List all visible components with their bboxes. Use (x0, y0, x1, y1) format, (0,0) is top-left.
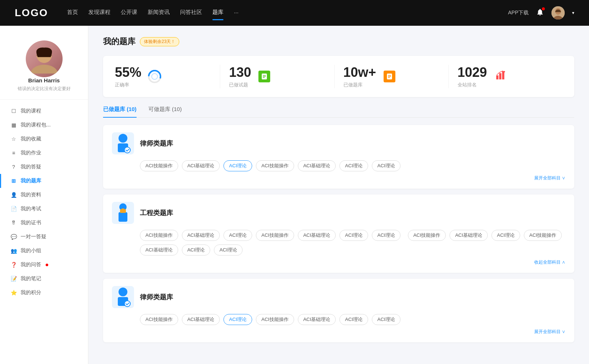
tag[interactable]: ACI基础理论 (182, 230, 220, 241)
tag[interactable]: ACI理论 (214, 245, 243, 256)
user-menu-chevron[interactable]: ▾ (572, 10, 574, 15)
sidebar-item-exams[interactable]: 📄 我的考试 (0, 202, 88, 216)
notification-bell[interactable] (536, 8, 544, 18)
stat-ranking: 1029 全站排名 (449, 65, 562, 88)
sidebar-item-certs[interactable]: 🎖 我的证书 (0, 216, 88, 230)
nav-open-course[interactable]: 公开课 (121, 9, 137, 17)
profile-motto: 错误的决定比没有决定要好 (18, 86, 71, 92)
sidebar-item-label: 我的课程包... (21, 122, 51, 128)
svg-rect-17 (499, 73, 501, 79)
tag-active[interactable]: ACI理论 (223, 160, 252, 171)
tag[interactable]: ACI理论 (339, 160, 368, 171)
tag-active[interactable]: ACI理论 (223, 314, 252, 325)
sidebar-item-profile[interactable]: 👤 我的资料 (0, 188, 88, 202)
main-content: 我的题库 体验剩余23天！ 55% 正确率 (88, 26, 589, 364)
sidebar-item-courses[interactable]: ☐ 我的课程 (0, 104, 88, 118)
tab-available-banks[interactable]: 可做题库 (10) (148, 106, 182, 117)
nav-qa[interactable]: 问答社区 (180, 9, 202, 17)
tag[interactable]: ACI理论 (223, 230, 252, 241)
tab-done-banks[interactable]: 已做题库 (10) (103, 106, 137, 117)
tag[interactable]: ACI基础理论 (298, 230, 336, 241)
expand-link-3[interactable]: 展开全部科目 ∨ (112, 329, 565, 335)
profile-name: Brian Harris (28, 77, 60, 83)
sidebar-profile: Brian Harris 错误的决定比没有决定要好 (0, 35, 88, 100)
tag[interactable]: ACI理论 (372, 230, 401, 241)
pie-chart-icon (147, 69, 162, 84)
sidebar-item-label: 我的证书 (21, 220, 41, 226)
tag[interactable]: ACI技能操作 (140, 314, 178, 325)
tag[interactable]: ACI基础理论 (298, 314, 336, 325)
tag[interactable]: ACI技能操作 (256, 160, 294, 171)
trial-badge: 体验剩余23天！ (140, 37, 179, 46)
stats-card: 55% 正确率 130 已做试题 (103, 56, 574, 97)
tag[interactable]: ACI技能操作 (524, 230, 562, 241)
tag[interactable]: ACI基础理论 (182, 160, 220, 171)
user-avatar-nav[interactable] (551, 6, 565, 19)
tag[interactable]: ACI技能操作 (408, 230, 446, 241)
stat-done-questions: 130 已做试题 (220, 65, 334, 88)
expand-link-2[interactable]: 收起全部科目 ∧ (112, 259, 565, 265)
sidebar-item-label: 我的资料 (21, 192, 41, 198)
tag[interactable]: ACI理论 (339, 230, 368, 241)
sidebar-item-qa[interactable]: ? 我的答疑 (0, 160, 88, 174)
lawyer-icon (112, 132, 134, 154)
bank-card-3: 律师类题库 ACI技能操作 ACI基础理论 ACI理论 ACI技能操作 ACI基… (103, 279, 574, 342)
sidebar-item-tutoring[interactable]: 💬 一对一答疑 (0, 230, 88, 244)
sidebar-item-group[interactable]: 👥 我的小组 (0, 244, 88, 258)
file-icon: ☐ (10, 108, 17, 114)
tag[interactable]: ACI基础理论 (140, 245, 178, 256)
sidebar-item-label: 我的积分 (21, 289, 41, 296)
nav-bank[interactable]: 题库 (212, 9, 223, 17)
nav-discover[interactable]: 发现课程 (88, 9, 110, 17)
sidebar-item-label: 我的课程 (21, 108, 41, 114)
stat-label: 正确率 (115, 82, 141, 88)
stat-number: 10w+ (343, 65, 376, 80)
sidebar-item-label: 我的考试 (21, 206, 41, 212)
tag[interactable]: ACI技能操作 (140, 160, 178, 171)
bank-card-title: 律师类题库 (140, 139, 173, 148)
tag[interactable]: ACI基础理论 (298, 160, 336, 171)
sidebar-item-notes[interactable]: 📝 我的笔记 (0, 272, 88, 286)
tag[interactable]: ACI技能操作 (256, 230, 294, 241)
sidebar-item-label: 我的题库 (21, 178, 41, 184)
expand-link-1[interactable]: 展开全部科目 ∨ (112, 175, 565, 181)
tag[interactable]: ACI基础理论 (449, 230, 488, 241)
tag[interactable]: ACI理论 (372, 314, 401, 325)
sidebar-item-favorites[interactable]: ☆ 我的收藏 (0, 132, 88, 146)
svg-point-3 (31, 65, 58, 74)
tag[interactable]: ACI理论 (339, 314, 368, 325)
svg-rect-18 (502, 71, 504, 79)
navbar: LOGO 首页 发现课程 公开课 新闻资讯 问答社区 题库 ··· APP下载 … (0, 0, 589, 26)
stat-number: 130 (229, 65, 251, 80)
sidebar-item-homework[interactable]: ≡ 我的作业 (0, 146, 88, 160)
bank-card-1: 律师类题库 ACI技能操作 ACI基础理论 ACI理论 ACI技能操作 ACI基… (103, 125, 574, 189)
tag[interactable]: ACI技能操作 (140, 230, 178, 241)
nav-home[interactable]: 首页 (67, 9, 78, 17)
sidebar-item-label: 我的小组 (21, 247, 41, 254)
sidebar-item-questions[interactable]: ❓ 我的问答 (0, 258, 88, 272)
sidebar-item-bank[interactable]: ⊞ 我的题库 (0, 174, 88, 188)
sidebar-item-points[interactable]: ⭐ 我的积分 (0, 286, 88, 300)
tag[interactable]: ACI理论 (182, 245, 211, 256)
nav-more[interactable]: ··· (234, 9, 239, 17)
unread-badge (46, 264, 48, 266)
stat-label: 全站排名 (458, 82, 487, 88)
tags-row-2: ACI技能操作 ACI基础理论 ACI理论 ACI技能操作 ACI基础理论 AC… (112, 230, 565, 256)
notification-dot (542, 7, 545, 10)
nav-news[interactable]: 新闻资讯 (148, 9, 170, 17)
cert-icon: 🎖 (10, 220, 17, 226)
engineer-icon (112, 202, 134, 224)
tag[interactable]: ACI理论 (491, 230, 520, 241)
stat-number: 1029 (458, 65, 487, 80)
stat-done-banks: 10w+ 已做题库 (335, 65, 449, 88)
tag[interactable]: ACI基础理论 (182, 314, 220, 325)
navbar-right: APP下载 ▾ (508, 6, 574, 19)
bank-card-2: 工程类题库 ACI技能操作 ACI基础理论 ACI理论 ACI技能操作 ACI基… (103, 195, 574, 273)
sidebar-item-course-packs[interactable]: ▦ 我的课程包... (0, 118, 88, 132)
bank-card-title: 律师类题库 (140, 293, 173, 301)
tag[interactable]: ACI技能操作 (256, 314, 294, 325)
svg-rect-16 (496, 75, 498, 79)
tag[interactable]: ACI理论 (372, 160, 401, 171)
bank-card-title: 工程类题库 (140, 208, 173, 217)
app-download-btn[interactable]: APP下载 (508, 10, 529, 16)
